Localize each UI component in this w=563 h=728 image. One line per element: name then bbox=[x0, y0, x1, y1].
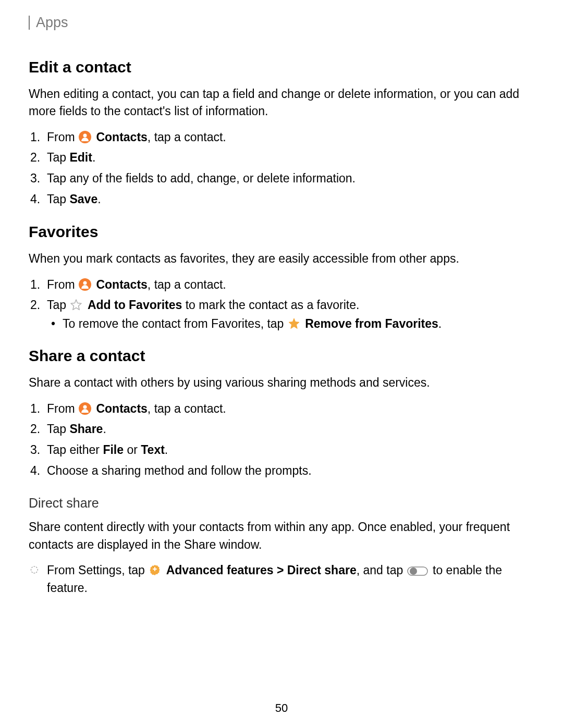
share-label: Share bbox=[69, 422, 103, 436]
heading-direct-share: Direct share bbox=[29, 496, 534, 511]
direct-share-bullets: From Settings, tap Advanced features > D… bbox=[29, 561, 534, 597]
step-4: Tap Save. bbox=[47, 190, 534, 209]
heading-edit-contact: Edit a contact bbox=[29, 58, 534, 76]
edit-label: Edit bbox=[69, 151, 92, 164]
section-share-contact: Share a contact Share a contact with oth… bbox=[29, 347, 534, 597]
file-label: File bbox=[103, 443, 124, 456]
star-outline-icon bbox=[70, 298, 82, 311]
text: Tap bbox=[47, 422, 69, 436]
text: Tap bbox=[47, 192, 69, 206]
text: , tap a contact. bbox=[148, 130, 226, 144]
text: Tap bbox=[47, 151, 69, 164]
steps-favorites: From Contacts, tap a contact. Tap Add to… bbox=[29, 276, 534, 333]
step-3: Tap any of the fields to add, change, or… bbox=[47, 169, 534, 188]
text: to mark the contact as a favorite. bbox=[182, 298, 359, 312]
text: . bbox=[97, 192, 101, 206]
step-2: Tap Share. bbox=[47, 420, 534, 439]
text: . bbox=[438, 317, 442, 330]
star-filled-icon bbox=[288, 317, 300, 329]
intro-edit-contact: When editing a contact, you can tap a fi… bbox=[29, 85, 534, 120]
step-2: Tap Edit. bbox=[47, 149, 534, 167]
save-label: Save bbox=[69, 192, 97, 206]
add-favorites-label: Add to Favorites bbox=[88, 298, 182, 312]
text: , tap a contact. bbox=[148, 402, 226, 415]
section-favorites: Favorites When you mark contacts as favo… bbox=[29, 223, 534, 332]
contacts-label: Contacts bbox=[96, 402, 147, 415]
text: or bbox=[124, 443, 141, 456]
text: Tap bbox=[47, 298, 69, 312]
svg-point-3 bbox=[83, 281, 87, 285]
text: From Settings, tap bbox=[47, 563, 148, 577]
svg-point-7 bbox=[410, 567, 417, 575]
contacts-icon bbox=[79, 278, 91, 290]
heading-favorites: Favorites bbox=[29, 223, 534, 241]
contacts-label: Contacts bbox=[96, 278, 147, 291]
contacts-label: Contacts bbox=[96, 130, 147, 144]
text: From bbox=[47, 402, 78, 415]
text: , tap a contact. bbox=[148, 278, 226, 291]
contacts-icon bbox=[79, 130, 91, 143]
step-1: From Contacts, tap a contact. bbox=[47, 400, 534, 418]
step-1: From Contacts, tap a contact. bbox=[47, 128, 534, 147]
section-edit-contact: Edit a contact When editing a contact, y… bbox=[29, 58, 534, 208]
text: From bbox=[47, 278, 78, 291]
intro-direct-share: Share content directly with your contact… bbox=[29, 519, 534, 553]
text: . bbox=[103, 422, 106, 436]
steps-share-contact: From Contacts, tap a contact. Tap Share.… bbox=[29, 400, 534, 480]
text-label: Text bbox=[141, 443, 165, 456]
text: . bbox=[92, 151, 95, 164]
contacts-icon bbox=[79, 402, 91, 414]
remove-favorites-label: Remove from Favorites bbox=[305, 317, 438, 330]
svg-point-5 bbox=[83, 405, 87, 409]
intro-share-contact: Share a contact with others by using var… bbox=[29, 374, 534, 391]
step-1: From Contacts, tap a contact. bbox=[47, 276, 534, 294]
bullet-1: From Settings, tap Advanced features > D… bbox=[47, 561, 534, 597]
breadcrumb: Apps bbox=[29, 16, 534, 30]
sub-bullet-1: To remove the contact from Favorites, ta… bbox=[63, 315, 534, 333]
step-3: Tap either File or Text. bbox=[47, 441, 534, 460]
steps-edit-contact: From Contacts, tap a contact. Tap Edit. … bbox=[29, 128, 534, 209]
page-number: 50 bbox=[0, 701, 563, 715]
sub-bullets: To remove the contact from Favorites, ta… bbox=[47, 315, 534, 333]
direct-share-label: Direct share bbox=[287, 563, 357, 577]
text: , and tap bbox=[357, 563, 407, 577]
text: From bbox=[47, 130, 78, 144]
advanced-features-icon bbox=[149, 563, 161, 576]
step-2: Tap Add to Favorites to mark the contact… bbox=[47, 296, 534, 332]
text: Tap either bbox=[47, 443, 103, 456]
text: . bbox=[165, 443, 168, 456]
heading-share-contact: Share a contact bbox=[29, 347, 534, 365]
arrow: > bbox=[274, 563, 287, 577]
toggle-off-icon bbox=[407, 564, 428, 577]
step-4: Choose a sharing method and follow the p… bbox=[47, 462, 534, 480]
svg-point-1 bbox=[83, 133, 87, 137]
text: To remove the contact from Favorites, ta… bbox=[63, 317, 287, 330]
advanced-features-label: Advanced features bbox=[166, 563, 274, 577]
intro-favorites: When you mark contacts as favorites, the… bbox=[29, 250, 534, 267]
